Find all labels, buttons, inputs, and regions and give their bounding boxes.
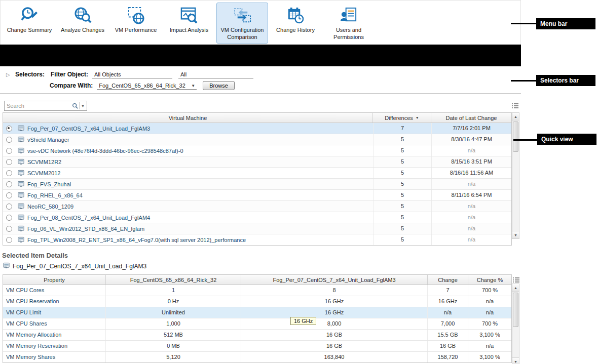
browse-button[interactable]: Browse <box>203 81 235 90</box>
differences-value: 5 <box>373 168 431 178</box>
scroll-track[interactable] <box>512 120 519 231</box>
scroll-up-icon[interactable]: ▲ <box>512 284 519 292</box>
menu-item-label: Impact Analysis <box>170 27 208 34</box>
menu-item-users-and-permissions[interactable]: Users and Permissions <box>323 3 375 44</box>
table-row[interactable]: VM CPU Cores187700 % <box>3 285 511 296</box>
users-permissions-icon <box>340 5 358 26</box>
vm-name: vShield Manager <box>26 137 373 143</box>
column-header-compare-right[interactable]: Fog_Per_07_CentOS_7_x64_Unit_Load_FglAM3 <box>241 275 428 285</box>
last-change-value: n/a <box>431 212 511 223</box>
details-scrollbar[interactable]: ▲ ▼ <box>512 284 519 364</box>
row-radio[interactable] <box>3 204 15 210</box>
expander-icon[interactable]: ▷ <box>6 72 15 77</box>
scroll-down-icon[interactable]: ▼ <box>512 231 519 238</box>
menu-item-label: Change Summary <box>7 27 52 34</box>
column-header-change[interactable]: Change <box>428 275 468 285</box>
right-value: 16 GHz <box>241 307 428 318</box>
property-name: VM CPU Cores <box>3 285 106 296</box>
column-header-differences[interactable]: Differences ▼ <box>373 113 431 123</box>
last-change-value: n/a <box>431 145 511 156</box>
table-row[interactable]: VM CPU Shares1,0008,0007,000700 % <box>3 318 511 330</box>
menu-item-analyze-changes[interactable]: Analyze Changes <box>57 3 108 36</box>
table-row[interactable]: Fog_FVS_Zhuhai5n/a <box>3 179 511 190</box>
change-pct-value: 700 % <box>468 285 511 296</box>
vm-name: Fog_Per_08_CentOS_7_x64_Unit_Load_FglAM4 <box>26 215 373 221</box>
row-radio[interactable] <box>3 237 15 243</box>
row-radio[interactable] <box>3 170 15 176</box>
menu-item-label: VM Performance <box>115 27 157 34</box>
table-row[interactable]: VM CPU LimitUnlimited16 GHzn/an/a <box>3 307 511 318</box>
menu-item-change-history[interactable]: Change History <box>270 3 321 36</box>
annotation-line-selectors-bar <box>511 80 536 82</box>
row-radio[interactable] <box>3 226 15 232</box>
menu-item-impact-analysis[interactable]: Impact Analysis <box>163 3 215 36</box>
right-value: 8,000 <box>241 318 428 329</box>
column-header-last-change[interactable]: Date of Last Change <box>431 113 511 123</box>
menu-item-label: Users and Permissions <box>324 27 373 41</box>
table-row[interactable]: SCVMM201258/16/16 11:56 AM <box>3 168 511 179</box>
annotation-menu-bar: Menu bar <box>536 18 595 29</box>
row-radio[interactable] <box>3 148 15 154</box>
selectors-bar: ▷ Selectors: Filter Object: All Objects … <box>0 66 521 94</box>
scroll-thumb[interactable] <box>513 122 518 152</box>
scroll-up-icon[interactable]: ▲ <box>512 113 519 120</box>
row-radio[interactable] <box>3 192 15 198</box>
row-radio[interactable] <box>3 215 15 221</box>
table-customizer-icon[interactable] <box>512 276 519 282</box>
vm-icon <box>15 181 26 187</box>
search-icon[interactable] <box>72 103 78 109</box>
divider <box>79 102 80 109</box>
app-window: Change SummaryAnalyze ChangesVM Performa… <box>0 0 521 364</box>
last-change-value: n/a <box>431 201 511 212</box>
table-row[interactable]: Fog_TPL_Win2008_R2_ENT_SP1_x86_64_vFog7.… <box>3 234 511 245</box>
menu-item-vm-configuration-comparison[interactable]: VM Configuration Comparison <box>216 3 268 44</box>
table-row[interactable]: vse-vDC Network (48e76f4d-3ddd-46bc-96ec… <box>3 145 511 156</box>
table-row[interactable]: vShield Manager58/30/16 4:47 PM <box>3 134 511 145</box>
filter-object-field[interactable]: All Objects <box>92 70 172 78</box>
column-header-property[interactable]: Property <box>3 275 106 285</box>
table-row[interactable]: VM Memory Allocation512 MB16 GB15.5 GB3,… <box>3 330 511 341</box>
row-radio[interactable] <box>3 159 15 165</box>
row-radio[interactable] <box>3 137 15 143</box>
change-summary-icon <box>20 5 39 26</box>
compare-with-dropdown[interactable]: Fog_CentOS_65_x86_64_Rick_32 ▼ <box>97 82 197 90</box>
comparison-table: Property Fog_CentOS_65_x86_64_Rick_32 Fo… <box>3 274 512 363</box>
scroll-track[interactable] <box>512 292 519 357</box>
vm-icon <box>15 170 26 176</box>
search-input[interactable] <box>5 103 72 109</box>
right-value: 16 GHz <box>241 296 428 307</box>
vm-icon <box>15 158 26 165</box>
column-header-compare-left[interactable]: Fog_CentOS_65_x86_64_Rick_32 <box>106 275 241 285</box>
table-row[interactable]: VM CPU Reservation0 Hz16 GHz16 GHzn/a <box>3 296 511 307</box>
search-box: ▼ <box>4 101 87 111</box>
table-customizer-icon[interactable] <box>511 102 518 108</box>
table-row[interactable]: VM Memory Reservation0 MB16 GB16 GBn/a <box>3 341 511 352</box>
table-row[interactable]: SCVMM12R258/15/16 3:51 PM <box>3 156 511 168</box>
differences-value: 5 <box>373 223 431 234</box>
column-header-change-pct[interactable]: Change % <box>468 275 511 285</box>
vm-icon <box>15 136 26 143</box>
menu-item-change-summary[interactable]: Change Summary <box>4 3 55 36</box>
table-row[interactable]: NeoRC_580_12095n/a <box>3 201 511 212</box>
vm-name: Fog_RHEL_6_x86_64 <box>26 192 373 198</box>
search-options-chevron-icon[interactable]: ▼ <box>81 104 87 108</box>
last-change-value: 7/7/16 2:01 PM <box>431 123 511 134</box>
compare-with-value: Fog_CentOS_65_x86_64_Rick_32 <box>99 83 185 89</box>
table-row[interactable]: Fog_Per_08_CentOS_7_x64_Unit_Load_FglAM4… <box>3 212 511 223</box>
screenshot-root: Change SummaryAnalyze ChangesVM Performa… <box>0 0 597 364</box>
table-row[interactable]: VM Memory Shares5,120163,840158,7203,100… <box>3 352 511 362</box>
comparison-table-body: VM CPU Cores187700 %VM CPU Reservation0 … <box>3 285 511 362</box>
menu-item-vm-performance[interactable]: VM Performance <box>110 3 162 36</box>
scroll-down-icon[interactable]: ▼ <box>512 357 519 364</box>
column-header-virtual-machine[interactable]: Virtual Machine <box>3 113 373 123</box>
row-radio[interactable] <box>3 126 15 132</box>
row-radio[interactable] <box>3 181 15 187</box>
table-row[interactable]: Fog_06_VL_Win2012_STD_x86_64_EN_fglam5n/… <box>3 223 511 234</box>
vm-table-header: Virtual Machine Differences ▼ Date of La… <box>3 113 511 123</box>
scroll-thumb[interactable] <box>513 293 518 327</box>
change-pct-value: 700 % <box>468 318 511 329</box>
filter-scope-field[interactable]: All <box>178 70 253 78</box>
table-row[interactable]: Fog_RHEL_6_x86_6458/11/16 6:54 PM <box>3 190 511 201</box>
quickview-scrollbar[interactable]: ▲ ▼ <box>512 112 519 239</box>
table-row[interactable]: Fog_Per_07_CentOS_7_x64_Unit_Load_FglAM3… <box>3 123 511 134</box>
